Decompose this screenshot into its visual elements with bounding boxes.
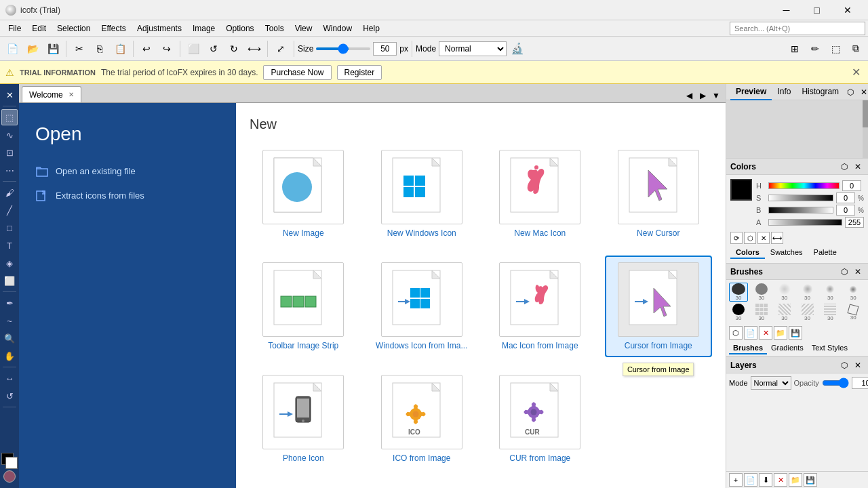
hue-input[interactable] <box>842 180 861 191</box>
menu-help[interactable]: Help <box>357 22 385 35</box>
cur-from-image-card[interactable]: CUR CUR from Image <box>486 368 594 470</box>
redo-button[interactable]: ↪ <box>157 39 176 58</box>
colors-float-button[interactable]: ⬡ <box>838 161 850 173</box>
trial-close-button[interactable]: ✕ <box>849 66 863 79</box>
brush-item-4[interactable]: 30 <box>798 283 817 302</box>
paste-button[interactable]: 📋 <box>111 39 130 58</box>
brushes-close-button[interactable]: ✕ <box>852 266 864 278</box>
menu-options[interactable]: Options <box>220 22 259 35</box>
tab-menu-button[interactable]: ▼ <box>709 89 723 102</box>
brush-item-6[interactable]: 30 <box>844 283 863 302</box>
tab-colors[interactable]: Colors <box>730 247 765 259</box>
toolbar-strip-card[interactable]: Toolbar Image Strip <box>250 256 357 357</box>
alpha-input[interactable] <box>845 217 864 228</box>
select-tool[interactable]: ⬚ <box>1 109 18 125</box>
copy-button[interactable]: ⎘ <box>90 39 109 58</box>
brush-item-3[interactable]: 30 <box>775 283 794 302</box>
line-tool[interactable]: ╱ <box>1 202 18 218</box>
extract-icons-item[interactable]: Extract icons from files <box>35 183 220 207</box>
layers-view-button[interactable]: ⧉ <box>846 39 865 58</box>
purchase-button[interactable]: Purchase Now <box>263 65 331 80</box>
brush-item-2[interactable]: 30 <box>752 283 771 302</box>
mac-from-image-card[interactable]: Mac Icon from Image <box>486 256 594 357</box>
menu-image[interactable]: Image <box>187 22 220 35</box>
menu-view[interactable]: View <box>290 22 318 35</box>
save-button[interactable]: 💾 <box>43 39 62 58</box>
open-existing-item[interactable]: Open an existing file <box>35 159 220 183</box>
layers-tb-5[interactable]: 📁 <box>789 473 802 487</box>
welcome-tab[interactable]: Welcome ✕ <box>22 86 81 102</box>
tab-info[interactable]: Info <box>772 84 796 100</box>
lasso-tool[interactable]: ∿ <box>1 127 18 143</box>
rotate-r-button[interactable]: ↻ <box>224 39 243 58</box>
shape-tool[interactable]: □ <box>1 220 18 236</box>
ico-from-image-card[interactable]: ICO ICO from Image <box>368 368 476 470</box>
smooth-view-button[interactable]: ⬚ <box>826 39 845 58</box>
opacity-slider[interactable] <box>822 378 849 388</box>
crop-button[interactable]: ⬜ <box>184 39 203 58</box>
bri-input[interactable] <box>836 205 855 216</box>
brush-item-8[interactable]: 30 <box>752 303 771 322</box>
size-slider[interactable] <box>316 47 370 50</box>
brush-item-1[interactable]: 30 <box>729 283 748 302</box>
eyedropper-button[interactable]: 🔬 <box>508 39 527 58</box>
preview-close-button[interactable]: ✕ <box>858 86 868 98</box>
brush-tb-4[interactable]: 📁 <box>774 326 787 340</box>
rotate-free-tool[interactable]: ↺ <box>1 388 18 404</box>
opacity-input[interactable] <box>852 377 868 389</box>
maximize-button[interactable]: □ <box>802 0 832 20</box>
brush-item-7[interactable]: 30 <box>729 303 748 322</box>
brush-tb-3[interactable]: ✕ <box>759 326 772 340</box>
menu-tools[interactable]: Tools <box>260 22 290 35</box>
brush-tb-5[interactable]: 💾 <box>789 326 802 340</box>
new-windows-icon-card[interactable]: New Windows Icon <box>368 143 476 245</box>
windows-from-image-card[interactable]: Windows Icon from Ima... <box>368 256 476 357</box>
new-cursor-card[interactable]: New Cursor <box>605 143 713 245</box>
zoom-tool[interactable]: 🔍 <box>1 330 18 346</box>
minimize-button[interactable]: ─ <box>771 0 802 20</box>
brush-item-12[interactable]: 30 <box>844 303 863 322</box>
menu-adjustments[interactable]: Adjustments <box>132 22 187 35</box>
tab-swatches[interactable]: Swatches <box>765 247 808 259</box>
colors-close-button[interactable]: ✕ <box>852 161 864 173</box>
tab-prev-button[interactable]: ◀ <box>682 89 696 102</box>
new-mac-icon-card[interactable]: New Mac Icon <box>486 143 594 245</box>
phone-icon-card[interactable]: Phone Icon <box>250 368 357 470</box>
brush-tool[interactable]: 🖌 <box>1 184 18 201</box>
close-button[interactable]: ✕ <box>832 0 863 20</box>
tab-next-button[interactable]: ▶ <box>696 89 709 102</box>
brush-item-9[interactable]: 30 <box>775 303 794 322</box>
layers-close-button[interactable]: ✕ <box>852 359 864 371</box>
brush-item-10[interactable]: 30 <box>798 303 817 322</box>
new-image-card[interactable]: New Image <box>250 143 357 245</box>
open-button[interactable]: 📂 <box>23 39 42 58</box>
tab-brushes[interactable]: Brushes <box>729 342 767 354</box>
menu-effects[interactable]: Effects <box>96 22 131 35</box>
flip-button[interactable]: ⟷ <box>245 39 264 58</box>
resize-button[interactable]: ⤢ <box>271 39 290 58</box>
mask-color[interactable] <box>3 470 16 483</box>
brush-item-5[interactable]: 30 <box>821 283 840 302</box>
color-swatch[interactable] <box>730 179 752 201</box>
menu-window[interactable]: Window <box>317 22 357 35</box>
brush-tb-1[interactable]: ⬡ <box>729 326 743 340</box>
layers-tb-6[interactable]: 💾 <box>804 473 817 487</box>
preview-scrollbar[interactable] <box>863 100 868 158</box>
bg-color[interactable] <box>5 457 18 469</box>
layers-float-button[interactable]: ⬡ <box>838 359 850 371</box>
tab-palette[interactable]: Palette <box>808 247 842 259</box>
search-input[interactable] <box>730 22 865 35</box>
tab-preview[interactable]: Preview <box>730 84 772 100</box>
menu-file[interactable]: File <box>3 22 26 35</box>
hand-tool[interactable]: ✋ <box>1 348 18 364</box>
move-tool[interactable]: ↔ <box>1 370 18 386</box>
eraser-tool[interactable]: ⬜ <box>1 272 18 289</box>
size-input[interactable] <box>373 42 397 56</box>
tab-gradients[interactable]: Gradients <box>767 342 808 354</box>
welcome-tab-close[interactable]: ✕ <box>68 91 74 98</box>
register-button[interactable]: Register <box>337 65 382 80</box>
cut-button[interactable]: ✂ <box>70 39 89 58</box>
preview-scrollbar-thumb[interactable] <box>863 100 868 127</box>
mode-select[interactable]: Normal Dissolve Multiply Screen <box>439 41 507 56</box>
wand-tool[interactable]: ⋯ <box>1 162 18 178</box>
